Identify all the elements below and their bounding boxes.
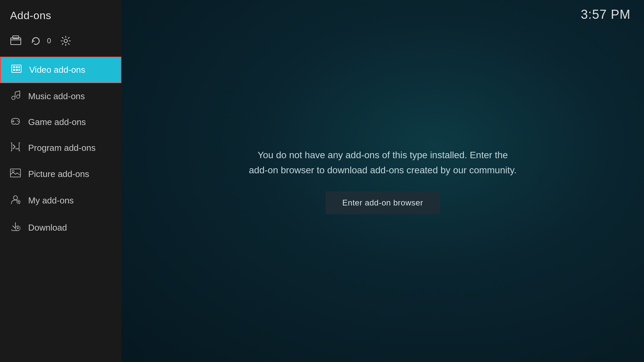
download-icon: [10, 222, 21, 234]
svg-point-19: [18, 121, 19, 122]
sidebar-item-my-addons[interactable]: My add-ons: [0, 187, 121, 214]
empty-message: You do not have any add-ons of this type…: [249, 148, 517, 178]
sidebar-item-picture-addons[interactable]: Picture add-ons: [0, 161, 121, 187]
video-icon: [11, 65, 22, 75]
settings-icon[interactable]: [60, 36, 71, 46]
sidebar-item-music-addons[interactable]: Music add-ons: [0, 83, 121, 110]
svg-rect-10: [18, 69, 20, 71]
app-title: Add-ons: [10, 9, 51, 22]
sidebar-item-label: Download: [28, 223, 67, 233]
sidebar-item-label: Video add-ons: [29, 65, 85, 75]
sidebar-item-label: Music add-ons: [28, 91, 85, 102]
sidebar-item-label: Picture add-ons: [28, 169, 89, 179]
sidebar-header: Add-ons: [0, 0, 121, 28]
svg-rect-8: [13, 69, 15, 71]
my-addons-icon: [10, 194, 21, 207]
time-display: 3:57 PM: [581, 7, 631, 22]
sidebar: Add-ons 0: [0, 0, 121, 362]
refresh-icon[interactable]: [31, 36, 41, 46]
sidebar-item-label: Program add-ons: [28, 143, 96, 153]
sidebar-item-download[interactable]: Download: [0, 214, 121, 241]
svg-rect-9: [16, 69, 18, 71]
enter-browser-button[interactable]: Enter add-on browser: [326, 191, 440, 214]
svg-point-23: [13, 196, 17, 200]
sidebar-item-program-addons[interactable]: Program add-ons: [0, 135, 121, 161]
program-icon: [10, 142, 21, 154]
svg-rect-6: [16, 66, 18, 68]
sidebar-item-game-addons[interactable]: Game add-ons: [0, 110, 121, 135]
svg-rect-4: [12, 65, 21, 72]
main-content: You do not have any add-ons of this type…: [121, 0, 644, 362]
addons-icon[interactable]: [10, 35, 21, 47]
music-icon: [10, 90, 21, 102]
svg-rect-7: [18, 66, 20, 68]
sidebar-item-label: My add-ons: [28, 195, 74, 206]
update-count: 0: [47, 37, 51, 45]
svg-point-11: [12, 96, 15, 100]
svg-point-3: [64, 39, 67, 43]
sidebar-item-label: Game add-ons: [28, 117, 86, 127]
picture-icon: [10, 169, 21, 180]
sidebar-item-video-addons[interactable]: Video add-ons: [0, 57, 121, 83]
svg-rect-5: [13, 66, 15, 68]
toolbar: 0: [0, 28, 121, 57]
gamepad-icon: [10, 117, 21, 127]
svg-point-18: [17, 120, 18, 121]
svg-point-12: [16, 95, 20, 98]
svg-line-15: [15, 91, 20, 92]
